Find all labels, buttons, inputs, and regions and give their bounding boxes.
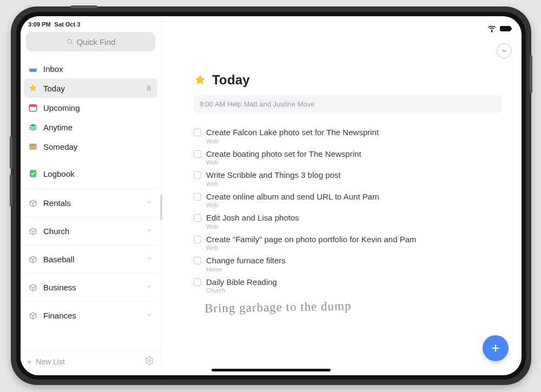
- sidebar-areas: Rentals Church Baseball: [21, 183, 161, 350]
- task-row[interactable]: Edit Josh and Lisa photosWeb: [194, 210, 502, 232]
- task-checkbox[interactable]: [194, 171, 201, 179]
- sidebar-item-label: Upcoming: [43, 103, 80, 112]
- task-category: Web: [206, 159, 502, 165]
- page-title: Today: [212, 72, 250, 88]
- sidebar-area-church[interactable]: Church: [24, 217, 157, 245]
- wifi-icon: [487, 24, 497, 34]
- box-icon: [28, 311, 38, 321]
- collapse-button[interactable]: [497, 43, 512, 58]
- sidebar-today-count: 8: [147, 84, 153, 92]
- chevron-down-icon: [146, 283, 153, 292]
- new-list-button[interactable]: New List: [36, 357, 65, 366]
- task-category: Web: [206, 244, 502, 251]
- sidebar-area-label: Rentals: [43, 198, 71, 208]
- chevron-down-icon: [146, 311, 153, 320]
- scheduled-row[interactable]: 8:00 AM Help Matt and Justine Move: [194, 95, 502, 113]
- sidebar-area-business[interactable]: Business: [24, 273, 157, 301]
- svg-point-0: [491, 31, 492, 32]
- task-title: Create Falcon Lake photo set for The New…: [206, 127, 502, 138]
- task-category: Church: [206, 287, 502, 294]
- stack-icon: [28, 122, 38, 132]
- quick-find-input[interactable]: Quick Find: [26, 32, 155, 51]
- sidebar-smart-lists: Inbox Today 8 Upcoming: [21, 56, 161, 183]
- device-side-button: [530, 55, 532, 93]
- svg-rect-4: [29, 65, 37, 69]
- sidebar-area-label: Baseball: [43, 255, 75, 264]
- task-checkbox[interactable]: [194, 214, 201, 222]
- box-icon: [28, 227, 38, 236]
- archive-icon: [28, 142, 38, 151]
- task-row[interactable]: Daily Bible ReadingChurch: [194, 275, 502, 296]
- sidebar-area-baseball[interactable]: Baseball: [24, 245, 157, 273]
- plus-icon: [490, 342, 502, 354]
- task-title: Change furnace filters: [206, 255, 502, 266]
- status-time: 3:09 PM: [28, 21, 51, 28]
- task-checkbox[interactable]: [194, 193, 201, 201]
- task-checkbox[interactable]: [194, 278, 201, 286]
- sidebar-area-label: Business: [43, 283, 76, 292]
- scheduled-text: 8:00 AM Help Matt and Justine Move: [200, 100, 314, 108]
- chevron-down-icon: [146, 255, 153, 264]
- sidebar-area-rentals[interactable]: Rentals: [24, 189, 157, 217]
- status-bar-right: [487, 24, 511, 34]
- device-volume-up: [10, 136, 12, 169]
- box-icon: [28, 283, 38, 293]
- task-row[interactable]: Write Scribble and Things 3 blog postWeb: [194, 168, 502, 189]
- sidebar-item-someday[interactable]: Someday: [24, 137, 157, 156]
- task-row[interactable]: Create online album and send URL to Aunt…: [194, 189, 502, 211]
- task-row[interactable]: Change furnace filtersHome: [194, 253, 502, 275]
- page-header: Today: [194, 72, 507, 88]
- screen: 3:09 PM Sat Oct 3 Quick Find Inbox: [21, 16, 522, 375]
- task-checkbox[interactable]: [194, 150, 201, 158]
- new-task-button[interactable]: [483, 335, 509, 361]
- task-title: Create “Family” page on photo portfolio …: [206, 234, 502, 245]
- sidebar-item-label: Logbook: [43, 169, 75, 178]
- task-list: Create Falcon Lake photo set for The New…: [194, 125, 502, 296]
- task-title: Write Scribble and Things 3 blog post: [206, 170, 502, 181]
- sidebar-footer: + New List: [21, 350, 161, 372]
- handwriting-input: Bring garbage to the dump: [204, 296, 507, 316]
- search-icon: [66, 38, 74, 45]
- task-row[interactable]: Create Falcon Lake photo set for The New…: [194, 125, 502, 147]
- calendar-icon: [28, 103, 38, 112]
- task-title: Daily Bible Reading: [206, 277, 502, 288]
- sidebar-item-label: Inbox: [43, 64, 63, 74]
- quick-find-placeholder: Quick Find: [77, 37, 116, 46]
- task-checkbox[interactable]: [194, 236, 201, 243]
- battery-icon: [500, 26, 511, 31]
- plus-icon: +: [27, 357, 31, 366]
- sidebar-item-inbox[interactable]: Inbox: [24, 59, 157, 78]
- device-power-button: [70, 5, 97, 8]
- svg-point-10: [148, 360, 151, 362]
- task-row[interactable]: Create “Family” page on photo portfolio …: [194, 232, 502, 254]
- svg-rect-6: [29, 105, 37, 107]
- box-icon: [28, 255, 38, 264]
- star-icon: [194, 74, 207, 87]
- sidebar-item-logbook[interactable]: Logbook: [24, 164, 157, 183]
- sidebar-item-today[interactable]: Today 8: [24, 78, 157, 98]
- svg-rect-8: [29, 144, 37, 146]
- star-icon: [28, 83, 38, 93]
- box-icon: [28, 198, 38, 208]
- sidebar-area-finances[interactable]: Finances: [24, 301, 157, 329]
- settings-button[interactable]: [144, 356, 154, 367]
- task-row[interactable]: Create boating photo set for The Newspri…: [194, 147, 502, 168]
- task-category: Web: [206, 202, 502, 208]
- task-checkbox[interactable]: [194, 129, 201, 136]
- home-indicator[interactable]: [212, 369, 331, 371]
- chevron-down-icon: [500, 47, 508, 55]
- svg-line-2: [71, 43, 72, 44]
- task-checkbox[interactable]: [194, 257, 201, 264]
- status-bar-left: 3:09 PM Sat Oct 3: [21, 16, 161, 31]
- sidebar: 3:09 PM Sat Oct 3 Quick Find Inbox: [21, 16, 161, 375]
- sidebar-item-label: Anytime: [43, 123, 72, 132]
- sidebar-item-anytime[interactable]: Anytime: [24, 117, 157, 137]
- chevron-down-icon: [146, 198, 153, 208]
- gear-icon: [144, 356, 154, 366]
- task-category: Web: [206, 223, 502, 230]
- task-title: Create boating photo set for The Newspri…: [206, 149, 502, 160]
- sidebar-item-upcoming[interactable]: Upcoming: [24, 98, 157, 117]
- sidebar-scrollbar[interactable]: [160, 195, 162, 221]
- task-category: Home: [206, 266, 502, 273]
- task-title: Edit Josh and Lisa photos: [206, 212, 502, 223]
